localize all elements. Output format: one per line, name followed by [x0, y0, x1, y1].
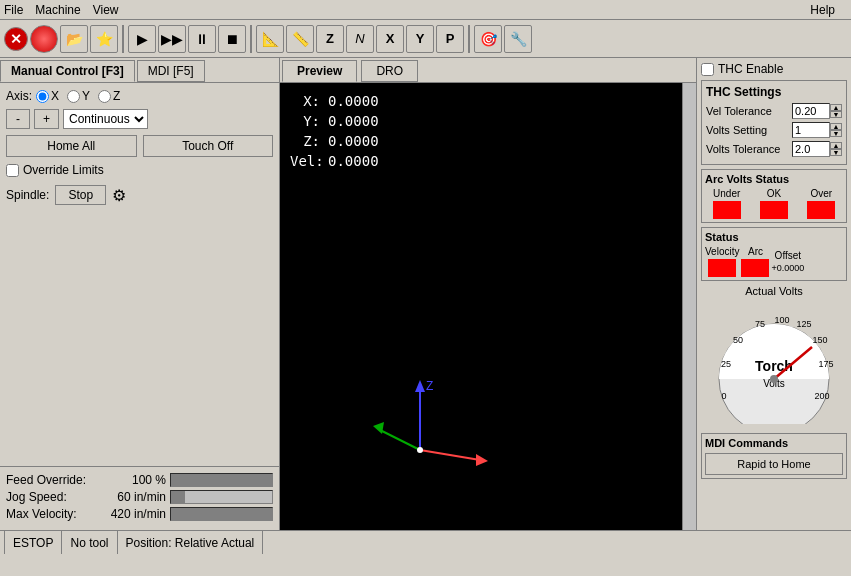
volts-tolerance-down[interactable]: ▼	[830, 149, 842, 156]
left-panel: Manual Control [F3] MDI [F5] Axis: X Y	[0, 58, 280, 530]
feed-override-slider[interactable]	[170, 473, 273, 487]
svg-text:25: 25	[721, 359, 731, 369]
touch-off-button[interactable]: Touch Off	[143, 135, 274, 157]
menu-view[interactable]: View	[93, 3, 119, 17]
menu-help[interactable]: Help	[810, 3, 835, 17]
ruler-button[interactable]: 📏	[286, 25, 314, 53]
open-button[interactable]: 📂	[60, 25, 88, 53]
vel-tolerance-label: Vel Tolerance	[706, 105, 792, 117]
axis-y-radio[interactable]	[67, 90, 80, 103]
thc-enable-label: THC Enable	[718, 62, 783, 76]
max-velocity-label: Max Velocity:	[6, 507, 96, 521]
jog-mode-select[interactable]: Continuous Step	[63, 109, 148, 129]
statusbar-estop: ESTOP	[4, 531, 62, 554]
menubar: File Machine View Help	[0, 0, 851, 20]
tab-manual-control[interactable]: Manual Control [F3]	[0, 60, 135, 82]
dro-y-value: 0.0000	[328, 113, 398, 129]
axis-y-option[interactable]: Y	[67, 89, 90, 103]
x-button[interactable]: X	[376, 25, 404, 53]
tab-mdi[interactable]: MDI [F5]	[137, 60, 205, 82]
axis-z-label: Z	[113, 89, 120, 103]
jog-plus-button[interactable]: +	[34, 109, 59, 129]
volts-setting-label: Volts Setting	[706, 124, 792, 136]
run-fast-button[interactable]: ▶▶	[158, 25, 186, 53]
tool-button[interactable]: 🔧	[504, 25, 532, 53]
sep3	[468, 25, 470, 53]
axis-row: Axis: X Y Z	[6, 89, 273, 103]
axis-x-radio[interactable]	[36, 90, 49, 103]
vel-tolerance-down[interactable]: ▼	[830, 111, 842, 118]
arc-volts-title: Arc Volts Status	[705, 173, 843, 185]
arc-over-label: Over	[810, 188, 832, 199]
axis-z-option[interactable]: Z	[98, 89, 120, 103]
y-button[interactable]: Y	[406, 25, 434, 53]
pause-button[interactable]: ⏸	[188, 25, 216, 53]
jog-minus-button[interactable]: -	[6, 109, 30, 129]
menu-machine[interactable]: Machine	[35, 3, 80, 17]
svg-text:200: 200	[814, 391, 829, 401]
volts-setting-input[interactable]	[792, 122, 830, 138]
max-velocity-slider[interactable]	[170, 507, 273, 521]
arc-over-group: Over	[807, 188, 835, 219]
tab-preview[interactable]: Preview	[282, 60, 357, 82]
svg-line-5	[380, 430, 420, 450]
status-arc-light	[741, 259, 769, 277]
target-button[interactable]: 🎯	[474, 25, 502, 53]
main-layout: Manual Control [F3] MDI [F5] Axis: X Y	[0, 58, 851, 530]
volts-tolerance-up[interactable]: ▲	[830, 142, 842, 149]
measure-button[interactable]: 📐	[256, 25, 284, 53]
status-offset-group: Offset +0.0000	[771, 250, 804, 273]
metrics-panel: Feed Override: 100 % Jog Speed: 60 in/mi…	[0, 466, 279, 530]
volts-tolerance-row: Volts Tolerance ▲ ▼	[706, 141, 842, 157]
volts-tolerance-input[interactable]	[792, 141, 830, 157]
axis-z-radio[interactable]	[98, 90, 111, 103]
stop-button[interactable]: ⏹	[218, 25, 246, 53]
menu-file[interactable]: File	[4, 3, 23, 17]
vel-tolerance-input[interactable]	[792, 103, 830, 119]
jog-speed-label: Jog Speed:	[6, 490, 96, 504]
spindle-stop-button[interactable]: Stop	[55, 185, 106, 205]
override-row: Override Limits	[6, 163, 273, 177]
estop-circle-button[interactable]	[30, 25, 58, 53]
z-button[interactable]: Z	[316, 25, 344, 53]
thc-settings-panel: THC Settings Vel Tolerance ▲ ▼ Volts Set…	[701, 80, 847, 165]
volts-setting-down[interactable]: ▼	[830, 130, 842, 137]
home-all-button[interactable]: Home All	[6, 135, 137, 157]
right-panel: THC Enable THC Settings Vel Tolerance ▲ …	[696, 58, 851, 530]
home-row: Home All Touch Off	[6, 135, 273, 157]
center-panel: Preview DRO X: 0.0000 Y: 0.0000 Z: 0.000…	[280, 58, 696, 530]
sep2	[250, 25, 252, 53]
run-button[interactable]: ▶	[128, 25, 156, 53]
dro-z-row: Z: 0.0000	[290, 133, 398, 149]
statusbar-position: Position: Relative Actual	[118, 531, 264, 554]
override-limits-checkbox[interactable]	[6, 164, 19, 177]
dro-x-value: 0.0000	[328, 93, 398, 109]
volts-setting-row: Volts Setting ▲ ▼	[706, 122, 842, 138]
arc-ok-light	[760, 201, 788, 219]
vel-tolerance-row: Vel Tolerance ▲ ▼	[706, 103, 842, 119]
svg-text:Z: Z	[426, 379, 433, 393]
vel-tolerance-up[interactable]: ▲	[830, 104, 842, 111]
dro-y-row: Y: 0.0000	[290, 113, 398, 129]
dro-z-label: Z:	[290, 133, 320, 149]
arc-under-light	[713, 201, 741, 219]
estop-button[interactable]: ✕	[4, 27, 28, 51]
preview-vscroll[interactable]	[682, 83, 696, 530]
status-title: Status	[705, 231, 843, 243]
volts-setting-up[interactable]: ▲	[830, 123, 842, 130]
recent-button[interactable]: ⭐	[90, 25, 118, 53]
svg-point-7	[417, 447, 423, 453]
svg-point-21	[770, 375, 778, 383]
jog-speed-slider[interactable]	[170, 490, 273, 504]
override-limits-label: Override Limits	[23, 163, 104, 177]
status-offset-value: +0.0000	[771, 263, 804, 273]
rapid-to-home-button[interactable]: Rapid to Home	[705, 453, 843, 475]
toolbar: ✕ 📂 ⭐ ▶ ▶▶ ⏸ ⏹ 📐 📏 Z N X Y P 🎯 🔧	[0, 20, 851, 58]
dro-vel-row: Vel: 0.0000	[290, 153, 398, 169]
thc-enable-checkbox[interactable]	[701, 63, 714, 76]
axis-x-option[interactable]: X	[36, 89, 59, 103]
tab-dro[interactable]: DRO	[361, 60, 418, 82]
p-button[interactable]: P	[436, 25, 464, 53]
status-arc-label: Arc	[748, 246, 763, 257]
n-button[interactable]: N	[346, 25, 374, 53]
